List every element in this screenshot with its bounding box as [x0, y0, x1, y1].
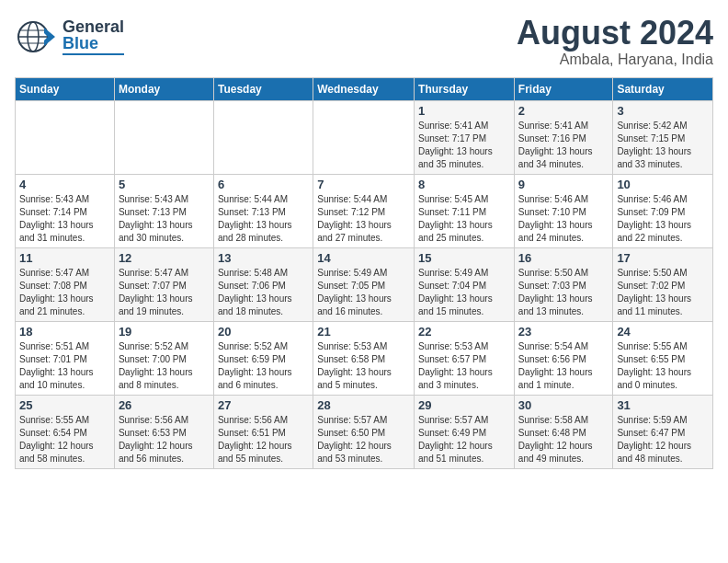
- calendar-cell: 3Sunrise: 5:42 AM Sunset: 7:15 PM Daylig…: [613, 100, 713, 174]
- day-info: Sunrise: 5:57 AM Sunset: 6:50 PM Dayligh…: [317, 414, 410, 465]
- day-info: Sunrise: 5:49 AM Sunset: 7:05 PM Dayligh…: [317, 267, 410, 318]
- day-number: 27: [218, 398, 309, 412]
- day-info: Sunrise: 5:59 AM Sunset: 6:47 PM Dayligh…: [617, 414, 709, 465]
- day-info: Sunrise: 5:41 AM Sunset: 7:16 PM Dayligh…: [518, 120, 609, 171]
- day-number: 14: [317, 251, 410, 265]
- calendar-cell: 10Sunrise: 5:46 AM Sunset: 7:09 PM Dayli…: [613, 174, 713, 247]
- day-info: Sunrise: 5:47 AM Sunset: 7:08 PM Dayligh…: [19, 267, 110, 318]
- header-monday: Monday: [114, 77, 213, 100]
- day-info: Sunrise: 5:58 AM Sunset: 6:48 PM Dayligh…: [518, 414, 609, 465]
- calendar-cell: 11Sunrise: 5:47 AM Sunset: 7:08 PM Dayli…: [16, 247, 115, 321]
- day-number: 9: [518, 178, 609, 191]
- day-info: Sunrise: 5:44 AM Sunset: 7:12 PM Dayligh…: [317, 193, 410, 245]
- day-number: 31: [617, 398, 709, 412]
- calendar-header: SundayMondayTuesdayWednesdayThursdayFrid…: [16, 77, 713, 100]
- logo-icon: [15, 15, 59, 59]
- calendar-body: 1Sunrise: 5:41 AM Sunset: 7:17 PM Daylig…: [16, 100, 713, 468]
- day-number: 1: [418, 104, 510, 118]
- calendar-cell: [213, 100, 313, 174]
- header-friday: Friday: [514, 77, 613, 100]
- day-info: Sunrise: 5:53 AM Sunset: 6:57 PM Dayligh…: [418, 340, 510, 392]
- calendar-cell: 28Sunrise: 5:57 AM Sunset: 6:50 PM Dayli…: [313, 395, 415, 468]
- day-info: Sunrise: 5:54 AM Sunset: 6:56 PM Dayligh…: [518, 340, 609, 392]
- day-number: 17: [617, 251, 709, 265]
- day-number: 24: [617, 325, 709, 339]
- day-info: Sunrise: 5:50 AM Sunset: 7:02 PM Dayligh…: [617, 267, 709, 318]
- day-number: 23: [518, 325, 609, 339]
- logo-text: General Blue: [63, 18, 124, 55]
- header-tuesday: Tuesday: [213, 77, 313, 100]
- calendar-cell: 26Sunrise: 5:56 AM Sunset: 6:53 PM Dayli…: [114, 395, 213, 468]
- week-row-3: 11Sunrise: 5:47 AM Sunset: 7:08 PM Dayli…: [16, 247, 713, 321]
- day-info: Sunrise: 5:48 AM Sunset: 7:06 PM Dayligh…: [218, 267, 309, 318]
- calendar-subtitle: Ambala, Haryana, India: [517, 52, 713, 68]
- calendar-cell: 23Sunrise: 5:54 AM Sunset: 6:56 PM Dayli…: [514, 321, 613, 395]
- day-number: 28: [317, 398, 410, 412]
- week-row-5: 25Sunrise: 5:55 AM Sunset: 6:54 PM Dayli…: [16, 395, 713, 468]
- day-info: Sunrise: 5:57 AM Sunset: 6:49 PM Dayligh…: [418, 414, 510, 465]
- day-number: 16: [518, 251, 609, 265]
- calendar-cell: 4Sunrise: 5:43 AM Sunset: 7:14 PM Daylig…: [16, 174, 115, 247]
- day-info: Sunrise: 5:55 AM Sunset: 6:54 PM Dayligh…: [19, 414, 110, 465]
- calendar-cell: 19Sunrise: 5:52 AM Sunset: 7:00 PM Dayli…: [114, 321, 213, 395]
- day-info: Sunrise: 5:55 AM Sunset: 6:55 PM Dayligh…: [617, 340, 709, 392]
- calendar-cell: 21Sunrise: 5:53 AM Sunset: 6:58 PM Dayli…: [313, 321, 415, 395]
- day-number: 10: [617, 178, 709, 191]
- calendar-cell: 1Sunrise: 5:41 AM Sunset: 7:17 PM Daylig…: [415, 100, 515, 174]
- logo-blue-text: Blue: [63, 35, 124, 52]
- day-info: Sunrise: 5:41 AM Sunset: 7:17 PM Dayligh…: [418, 120, 510, 171]
- calendar-cell: 7Sunrise: 5:44 AM Sunset: 7:12 PM Daylig…: [313, 174, 415, 247]
- header-sunday: Sunday: [16, 77, 115, 100]
- day-info: Sunrise: 5:53 AM Sunset: 6:58 PM Dayligh…: [317, 340, 410, 392]
- calendar-cell: [313, 100, 415, 174]
- day-info: Sunrise: 5:50 AM Sunset: 7:03 PM Dayligh…: [518, 267, 609, 318]
- calendar-cell: 2Sunrise: 5:41 AM Sunset: 7:16 PM Daylig…: [514, 100, 613, 174]
- day-number: 5: [119, 178, 210, 191]
- day-info: Sunrise: 5:44 AM Sunset: 7:13 PM Dayligh…: [218, 193, 309, 245]
- calendar-cell: 13Sunrise: 5:48 AM Sunset: 7:06 PM Dayli…: [213, 247, 313, 321]
- calendar-cell: 18Sunrise: 5:51 AM Sunset: 7:01 PM Dayli…: [16, 321, 115, 395]
- day-number: 25: [19, 398, 110, 412]
- day-info: Sunrise: 5:51 AM Sunset: 7:01 PM Dayligh…: [19, 340, 110, 392]
- day-info: Sunrise: 5:47 AM Sunset: 7:07 PM Dayligh…: [119, 267, 210, 318]
- day-info: Sunrise: 5:43 AM Sunset: 7:14 PM Dayligh…: [19, 193, 110, 245]
- day-number: 30: [518, 398, 609, 412]
- calendar-cell: 15Sunrise: 5:49 AM Sunset: 7:04 PM Dayli…: [415, 247, 515, 321]
- calendar-cell: 5Sunrise: 5:43 AM Sunset: 7:13 PM Daylig…: [114, 174, 213, 247]
- day-number: 8: [418, 178, 510, 191]
- day-info: Sunrise: 5:42 AM Sunset: 7:15 PM Dayligh…: [617, 120, 709, 171]
- week-row-2: 4Sunrise: 5:43 AM Sunset: 7:14 PM Daylig…: [16, 174, 713, 247]
- logo: General Blue: [15, 15, 124, 59]
- page-header: General Blue August 2024 Ambala, Haryana…: [15, 15, 713, 68]
- calendar-cell: 20Sunrise: 5:52 AM Sunset: 6:59 PM Dayli…: [213, 321, 313, 395]
- calendar-cell: 6Sunrise: 5:44 AM Sunset: 7:13 PM Daylig…: [213, 174, 313, 247]
- day-info: Sunrise: 5:56 AM Sunset: 6:51 PM Dayligh…: [218, 414, 309, 465]
- calendar-table: SundayMondayTuesdayWednesdayThursdayFrid…: [15, 77, 713, 469]
- calendar-cell: 25Sunrise: 5:55 AM Sunset: 6:54 PM Dayli…: [16, 395, 115, 468]
- calendar-cell: 8Sunrise: 5:45 AM Sunset: 7:11 PM Daylig…: [415, 174, 515, 247]
- header-saturday: Saturday: [613, 77, 713, 100]
- calendar-cell: 17Sunrise: 5:50 AM Sunset: 7:02 PM Dayli…: [613, 247, 713, 321]
- day-number: 12: [119, 251, 210, 265]
- calendar-cell: 31Sunrise: 5:59 AM Sunset: 6:47 PM Dayli…: [613, 395, 713, 468]
- calendar-cell: 9Sunrise: 5:46 AM Sunset: 7:10 PM Daylig…: [514, 174, 613, 247]
- day-number: 6: [218, 178, 309, 191]
- day-number: 13: [218, 251, 309, 265]
- day-info: Sunrise: 5:52 AM Sunset: 7:00 PM Dayligh…: [119, 340, 210, 392]
- day-number: 21: [317, 325, 410, 339]
- day-number: 26: [119, 398, 210, 412]
- calendar-cell: 27Sunrise: 5:56 AM Sunset: 6:51 PM Dayli…: [213, 395, 313, 468]
- week-row-1: 1Sunrise: 5:41 AM Sunset: 7:17 PM Daylig…: [16, 100, 713, 174]
- day-number: 15: [418, 251, 510, 265]
- day-number: 19: [119, 325, 210, 339]
- day-number: 4: [19, 178, 110, 191]
- calendar-title: August 2024: [517, 15, 713, 52]
- day-info: Sunrise: 5:45 AM Sunset: 7:11 PM Dayligh…: [418, 193, 510, 245]
- calendar-cell: 30Sunrise: 5:58 AM Sunset: 6:48 PM Dayli…: [514, 395, 613, 468]
- calendar-cell: 14Sunrise: 5:49 AM Sunset: 7:05 PM Dayli…: [313, 247, 415, 321]
- calendar-cell: [16, 100, 115, 174]
- header-wednesday: Wednesday: [313, 77, 415, 100]
- calendar-cell: 29Sunrise: 5:57 AM Sunset: 6:49 PM Dayli…: [415, 395, 515, 468]
- day-number: 22: [418, 325, 510, 339]
- day-number: 11: [19, 251, 110, 265]
